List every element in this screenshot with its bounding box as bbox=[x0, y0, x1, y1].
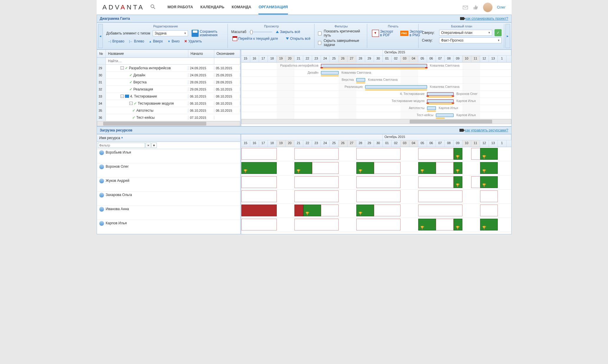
filter-clear-button[interactable]: ✕ bbox=[146, 143, 151, 148]
resource-row[interactable]: Жуков Андрей bbox=[97, 177, 240, 192]
gantt-bar[interactable] bbox=[365, 85, 427, 89]
table-row[interactable]: 34-✓Тестирование модуля06.10.201508.10.2… bbox=[97, 100, 240, 107]
resource-bar[interactable] bbox=[294, 148, 339, 160]
resource-filter-input[interactable] bbox=[98, 143, 145, 148]
resource-bar[interactable]: 🏆 bbox=[303, 205, 321, 216]
resource-bar[interactable] bbox=[241, 219, 277, 230]
resource-row[interactable]: Карпов Илья bbox=[97, 220, 240, 234]
resource-bar[interactable] bbox=[418, 205, 462, 216]
grid-search-input[interactable] bbox=[106, 58, 188, 64]
col-end[interactable]: Окончание bbox=[214, 50, 240, 57]
gantt-bar[interactable] bbox=[321, 64, 427, 67]
gantt-bar[interactable] bbox=[427, 99, 454, 103]
resource-bar[interactable] bbox=[241, 148, 277, 160]
search-icon[interactable] bbox=[150, 4, 156, 10]
nav-my-work[interactable]: МОЯ РАБОТА bbox=[167, 0, 193, 14]
gantt-bar[interactable] bbox=[427, 92, 454, 96]
thumbs-up-icon[interactable] bbox=[473, 4, 479, 10]
collapse-all-button[interactable]: Закрыть всё bbox=[275, 29, 301, 34]
resource-row[interactable]: Воронов Олег bbox=[97, 163, 240, 177]
resource-bar[interactable]: 🏆 bbox=[356, 162, 374, 174]
resource-bar[interactable]: 🏆 bbox=[241, 162, 277, 174]
move-down-button[interactable]: ▼Вниз bbox=[166, 39, 181, 44]
tree-toggle[interactable]: - bbox=[129, 102, 133, 105]
toolbar-prev-button[interactable]: ◄ bbox=[98, 24, 103, 48]
baseline-bottom-select[interactable]: Факт-Прогноз ▼ bbox=[439, 37, 502, 43]
table-row[interactable]: 29-✓Разработка интерфейсов24.09.201505.1… bbox=[97, 65, 240, 72]
hide-done-checkbox[interactable] bbox=[318, 41, 321, 45]
nav-calendar[interactable]: КАЛЕНДАРЬ bbox=[200, 0, 224, 14]
col-name[interactable]: Название bbox=[106, 50, 188, 57]
resource-bar[interactable] bbox=[241, 190, 277, 202]
indent-right-button[interactable]: →|Вправо bbox=[106, 39, 126, 44]
tree-toggle[interactable]: - bbox=[121, 66, 124, 70]
table-row[interactable]: 30✓Дизайн24.09.201525.09.2015 bbox=[97, 72, 240, 79]
resource-bar[interactable] bbox=[294, 219, 339, 230]
resource-bar[interactable]: 🏆 bbox=[418, 162, 436, 174]
resource-bar[interactable] bbox=[294, 176, 339, 188]
resource-bar[interactable] bbox=[374, 162, 401, 174]
resource-bar[interactable]: 🏆 bbox=[480, 148, 498, 160]
baseline-apply-button[interactable]: ✓ bbox=[495, 29, 502, 36]
resource-bar[interactable] bbox=[356, 176, 401, 188]
gantt-bar[interactable] bbox=[321, 71, 339, 75]
username[interactable]: Олег bbox=[497, 5, 506, 9]
resource-bar[interactable]: 🏆 bbox=[418, 219, 436, 230]
resource-name-header[interactable]: Имя ресурса ▲ bbox=[97, 134, 240, 142]
resource-bar[interactable] bbox=[356, 219, 401, 230]
resource-bar[interactable] bbox=[294, 190, 339, 202]
resource-bar[interactable] bbox=[436, 219, 454, 230]
scale-slider[interactable] bbox=[249, 29, 272, 34]
resource-bar[interactable]: 🏆 bbox=[454, 176, 462, 188]
grid-hscroll[interactable] bbox=[97, 121, 240, 126]
table-row[interactable]: 32✓Реализация29.09.201505.10.2015 bbox=[97, 86, 240, 93]
resource-bar[interactable] bbox=[374, 205, 401, 216]
resource-bar[interactable] bbox=[436, 162, 454, 174]
avatar[interactable] bbox=[483, 3, 492, 12]
table-row[interactable]: 33-4. Тестирование06.10.201508.10.2015 bbox=[97, 93, 240, 100]
save-button[interactable]: Сохранить изменения bbox=[190, 29, 222, 37]
table-row[interactable]: 31✓Верстка28.09.201528.09.2015 bbox=[97, 79, 240, 86]
gantt-hscroll[interactable] bbox=[241, 119, 511, 124]
toolbar-next-button[interactable]: ► bbox=[505, 24, 510, 48]
table-row[interactable]: 35✓Автотесты06.10.201506.10.2015 bbox=[97, 107, 240, 114]
indent-left-button[interactable]: |←Влево bbox=[128, 39, 145, 44]
export-pdf-button[interactable]: Экспорт в PDF bbox=[371, 29, 396, 37]
nav-team[interactable]: КОМАНДА bbox=[232, 0, 251, 14]
resource-bar[interactable]: 🏆 bbox=[454, 219, 462, 230]
resource-bar[interactable] bbox=[418, 176, 454, 188]
gantt-help-link[interactable]: как спланировать проект? bbox=[460, 17, 508, 21]
resource-bar[interactable] bbox=[241, 205, 277, 216]
move-up-button[interactable]: ▲Вверх bbox=[148, 39, 164, 44]
resource-bar[interactable] bbox=[418, 190, 462, 202]
critical-path-checkbox[interactable] bbox=[318, 32, 322, 35]
resource-bar[interactable] bbox=[241, 176, 277, 188]
col-start[interactable]: Начало bbox=[188, 50, 214, 57]
gantt-bar[interactable] bbox=[427, 106, 436, 110]
resource-bar[interactable]: 🏆 bbox=[480, 219, 498, 230]
resource-bar[interactable]: 🏆 bbox=[480, 176, 498, 188]
goto-today-button[interactable]: Перейти к текущей дате bbox=[231, 36, 279, 42]
resource-bar[interactable] bbox=[480, 205, 498, 216]
resource-row[interactable]: Воробьев Илья bbox=[97, 149, 240, 163]
resource-bar[interactable]: 🏆 bbox=[454, 162, 462, 174]
resource-bar[interactable] bbox=[356, 190, 401, 202]
resource-bar[interactable] bbox=[294, 205, 303, 216]
tree-toggle[interactable]: - bbox=[121, 95, 124, 98]
resource-bar[interactable]: 🏆 bbox=[356, 205, 374, 216]
resource-row[interactable]: Иванова Анна bbox=[97, 206, 240, 220]
gantt-bar[interactable] bbox=[356, 78, 365, 82]
type-select[interactable]: Задача ▼ bbox=[153, 30, 188, 36]
resource-bar[interactable]: 🏆 bbox=[454, 148, 462, 160]
resource-bar[interactable] bbox=[356, 148, 401, 160]
gantt-bar[interactable] bbox=[436, 113, 454, 117]
nav-organization[interactable]: ОРГАНИЗАЦИЯ bbox=[258, 0, 288, 14]
mail-icon[interactable] bbox=[462, 4, 468, 10]
filter-dropdown-button[interactable]: ▼ bbox=[151, 143, 157, 148]
resource-bar[interactable] bbox=[321, 205, 339, 216]
expand-all-button[interactable]: Открыть всё bbox=[285, 36, 312, 41]
resource-bar[interactable] bbox=[480, 190, 498, 202]
resources-help-link[interactable]: как управлять ресурсами? bbox=[459, 128, 508, 132]
resource-bar[interactable] bbox=[418, 148, 454, 160]
resource-bar[interactable]: 🏆 bbox=[480, 162, 498, 174]
